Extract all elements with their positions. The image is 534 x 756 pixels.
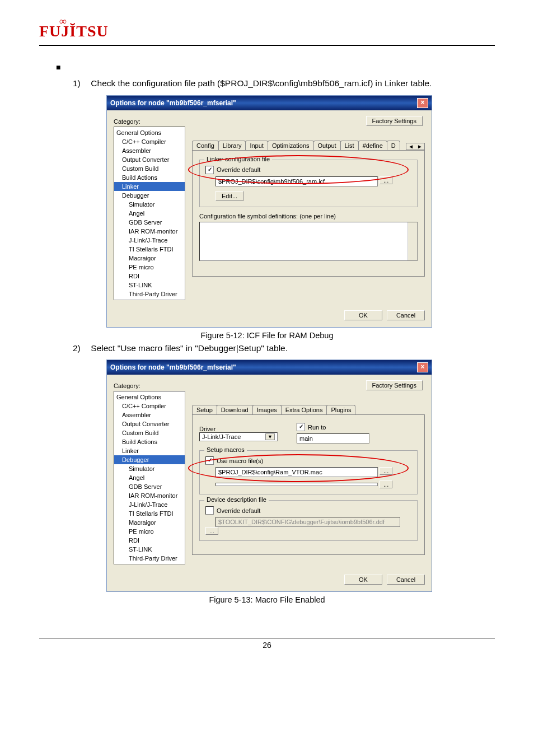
tree-item[interactable]: Third-Party Driver xyxy=(114,290,185,298)
tree-item[interactable]: PE micro xyxy=(114,527,185,536)
tab-extra-options[interactable]: Extra Options xyxy=(281,405,327,414)
dialog-title: Options for node "mb9bf506r_mfserial" xyxy=(110,99,236,107)
figure-5-12-caption: Figure 5-12: ICF File for RAM Debug xyxy=(39,331,495,340)
tree-item[interactable]: IAR ROM-monitor xyxy=(114,491,185,500)
tree-item[interactable]: ST-LINK xyxy=(114,545,185,554)
override-default-checkbox[interactable]: Override default xyxy=(205,506,411,515)
step-1-text: Check the configuration file path ($PROJ… xyxy=(91,78,432,88)
tabs-linker: Config Library Input Optimizations Outpu… xyxy=(192,141,425,151)
checkbox-checked-icon: ✓ xyxy=(297,423,305,431)
dialog-titlebar: Options for node "mb9bf506r_mfserial" × xyxy=(107,96,432,110)
tab-plugins[interactable]: Plugins xyxy=(326,405,355,414)
tree-item[interactable]: IAR ROM-monitor xyxy=(114,227,185,236)
run-to-label: Run to xyxy=(308,424,326,431)
tree-item[interactable]: Simulator xyxy=(114,200,185,209)
annotation-oval xyxy=(188,155,409,184)
fujitsu-logo: FUJ∞ĬTSU xyxy=(39,22,495,40)
tree-item-selected[interactable]: Linker xyxy=(114,182,185,191)
factory-settings-button[interactable]: Factory Settings xyxy=(366,116,423,126)
tab-optimizations[interactable]: Optimizations xyxy=(268,141,314,150)
tab-input[interactable]: Input xyxy=(245,141,268,150)
tree-item-selected[interactable]: Debugger xyxy=(114,455,185,464)
tree-item[interactable]: TI Stellaris FTDI xyxy=(114,245,185,254)
category-tree[interactable]: General Options C/C++ Compiler Assembler… xyxy=(114,127,185,300)
tree-item[interactable]: Build Actions xyxy=(114,173,185,182)
tree-item[interactable]: GDB Server xyxy=(114,218,185,227)
tab-config[interactable]: Config xyxy=(192,141,219,151)
ddf-path-input: $TOOLKIT_DIR$\CONFIG\debugger\Fujitsu\io… xyxy=(216,517,400,527)
tree-item[interactable]: Debugger xyxy=(114,191,185,200)
figure-5-13-caption: Figure 5-13: Macro File Enabled xyxy=(39,595,495,604)
tree-item[interactable]: Custom Build xyxy=(114,164,185,173)
tree-item[interactable]: J-Link/J-Trace xyxy=(114,236,185,245)
tree-item[interactable]: TI Stellaris FTDI xyxy=(114,509,185,518)
bullet-indicator: ■ xyxy=(56,63,495,72)
device-desc-group-title: Device description file xyxy=(204,496,269,503)
dialog-title: Options for node "mb9bf506r_mfserial" xyxy=(110,363,236,371)
tree-item[interactable]: RDI xyxy=(114,536,185,545)
driver-label: Driver xyxy=(199,426,283,432)
chevron-down-icon: ▼ xyxy=(265,433,275,440)
tree-item[interactable]: Linker xyxy=(114,446,185,455)
close-icon[interactable]: × xyxy=(417,362,428,372)
ok-button[interactable]: OK xyxy=(344,575,382,585)
category-label: Category: xyxy=(114,382,185,389)
tree-item[interactable]: Macraigor xyxy=(114,254,185,263)
tree-item[interactable]: General Options xyxy=(114,128,185,137)
step-1-num: 1) xyxy=(73,77,88,90)
cancel-button[interactable]: Cancel xyxy=(387,575,425,585)
tree-item[interactable]: Output Converter xyxy=(114,419,185,428)
scrollbar[interactable] xyxy=(407,222,417,260)
step-2: 2) Select "Use macro files" in "Debugger… xyxy=(73,342,495,354)
setup-macros-group-title: Setup macros xyxy=(204,446,247,453)
cancel-button[interactable]: Cancel xyxy=(387,310,425,320)
tree-item[interactable]: Output Converter xyxy=(114,155,185,164)
options-dialog-linker: Options for node "mb9bf506r_mfserial" × … xyxy=(106,95,432,328)
tree-item[interactable]: Third-Party Driver xyxy=(114,554,185,563)
category-tree[interactable]: General Options C/C++ Compiler Assembler… xyxy=(114,391,185,564)
tab-scroll-arrows[interactable]: ◄► xyxy=(406,143,425,150)
tree-item[interactable]: Build Actions xyxy=(114,437,185,446)
dialog-titlebar: Options for node "mb9bf506r_mfserial" × xyxy=(107,360,432,375)
run-to-input[interactable]: main xyxy=(297,433,369,444)
step-2-num: 2) xyxy=(73,342,88,354)
tab-download[interactable]: Download xyxy=(217,405,253,414)
tree-item[interactable]: Assembler xyxy=(114,146,185,155)
tab-output[interactable]: Output xyxy=(313,141,341,150)
macro-path-input-2[interactable] xyxy=(216,483,378,486)
tree-item[interactable]: J-Link/J-Trace xyxy=(114,500,185,509)
tab-setup[interactable]: Setup xyxy=(192,405,217,415)
checkbox-unchecked-icon xyxy=(205,506,214,515)
tree-item[interactable]: PE micro xyxy=(114,263,185,272)
tree-item[interactable]: General Options xyxy=(114,393,185,402)
tab-library[interactable]: Library xyxy=(218,141,246,150)
browse-button[interactable]: ... xyxy=(380,480,392,488)
tree-item[interactable]: Angel xyxy=(114,209,185,218)
ok-button[interactable]: OK xyxy=(344,310,382,320)
tree-item[interactable]: ST-LINK xyxy=(114,281,185,290)
symbol-defs-label: Configuration file symbol definitions: (… xyxy=(199,213,418,220)
tab-define[interactable]: #define xyxy=(358,141,387,150)
tree-item[interactable]: GDB Server xyxy=(114,482,185,491)
tree-item[interactable]: Custom Build xyxy=(114,428,185,437)
tree-item[interactable]: Macraigor xyxy=(114,518,185,527)
symbol-defs-textarea[interactable] xyxy=(199,222,418,261)
driver-select[interactable]: J-Link/J-Trace ▼ xyxy=(199,432,278,441)
tab-d[interactable]: D xyxy=(387,141,400,150)
tree-item[interactable]: Simulator xyxy=(114,464,185,473)
run-to-checkbox[interactable]: ✓ Run to xyxy=(297,423,369,431)
tab-list[interactable]: List xyxy=(340,141,359,150)
browse-button-disabled: ... xyxy=(205,527,218,535)
tree-item[interactable]: RDI xyxy=(114,272,185,281)
options-dialog-debugger: Options for node "mb9bf506r_mfserial" × … xyxy=(106,360,432,592)
tree-item[interactable]: Assembler xyxy=(114,410,185,419)
step-2-text: Select "Use macro files" in "Debugger|Se… xyxy=(91,343,288,353)
tree-item[interactable]: Angel xyxy=(114,473,185,482)
edit-button[interactable]: Edit... xyxy=(216,191,243,201)
close-icon[interactable]: × xyxy=(417,98,428,108)
tab-images[interactable]: Images xyxy=(252,405,282,414)
page-number: 26 xyxy=(39,641,495,650)
tree-item[interactable]: C/C++ Compiler xyxy=(114,137,185,146)
factory-settings-button[interactable]: Factory Settings xyxy=(366,380,423,390)
tree-item[interactable]: C/C++ Compiler xyxy=(114,402,185,410)
